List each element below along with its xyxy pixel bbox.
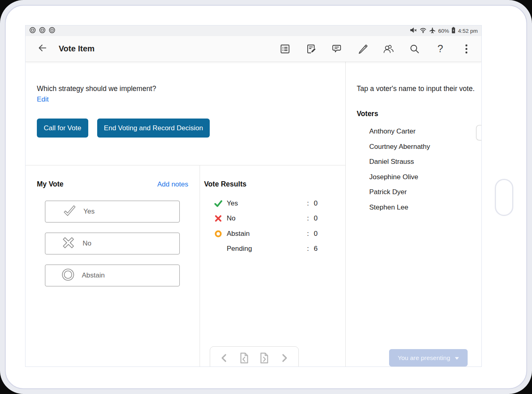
voter-item[interactable]: Anthony Carter <box>369 124 482 139</box>
vote-option-no[interactable]: No <box>45 233 180 254</box>
circled-app-icon <box>39 27 46 35</box>
app-screen: 60% 4:52 pm Vote Item ? Which strategy s… <box>25 25 482 367</box>
my-vote-header: My Vote Add notes <box>26 165 200 189</box>
circled-app-icon <box>29 27 36 35</box>
main-content: Which strategy should we implement? Edit… <box>26 62 481 367</box>
voter-item[interactable]: Daniel Strauss <box>369 154 482 169</box>
my-vote-title: My Vote <box>37 180 64 189</box>
voter-item[interactable]: Courtney Abernathy <box>369 139 482 155</box>
add-notes-link[interactable]: Add notes <box>157 180 188 189</box>
vote-results-list: Yes : 0 No : 0 Abstain : 0 <box>200 196 345 256</box>
voter-item[interactable]: Stephen Lee <box>369 200 482 215</box>
tablet-camera-pill <box>495 179 513 216</box>
battery-charging-icon <box>451 27 455 35</box>
vote-actions: Call for Vote End Voting and Record Deci… <box>37 119 345 138</box>
question-panel: Which strategy should we implement? Edit… <box>26 62 346 165</box>
back-arrow-icon <box>37 43 47 55</box>
red-cross-icon <box>214 214 223 223</box>
attendees-icon[interactable] <box>383 43 394 54</box>
green-check-icon <box>214 199 223 208</box>
circled-app-icon <box>49 27 55 35</box>
vote-results-panel: Vote Results Yes : 0 No : 0 Abstain <box>200 165 346 367</box>
notes-icon[interactable] <box>305 43 316 54</box>
wifi-icon <box>419 28 427 34</box>
airplane-mode-icon <box>429 27 436 35</box>
my-vote-panel: My Vote Add notes Yes No Abstain <box>26 165 200 367</box>
voters-title: Voters <box>357 110 482 118</box>
previous-document-icon[interactable] <box>238 352 251 364</box>
search-icon[interactable] <box>409 43 420 54</box>
muted-speaker-icon <box>410 27 417 34</box>
call-for-vote-button[interactable]: Call for Vote <box>37 119 88 138</box>
vote-option-label: Yes <box>83 208 95 216</box>
result-row-pending: Pending : 6 <box>200 241 345 257</box>
presenting-label: You are presenting <box>398 354 450 362</box>
next-item-icon[interactable] <box>278 352 291 364</box>
notification-icons <box>29 27 55 35</box>
cross-outline-icon <box>61 235 76 252</box>
toolbar: ? <box>279 43 472 54</box>
next-document-icon[interactable] <box>258 352 271 364</box>
abstain-count: 0 <box>314 230 324 238</box>
voter-item[interactable]: Patrick Dyer <box>369 184 482 200</box>
orange-ring-icon <box>214 229 223 238</box>
previous-item-icon[interactable] <box>217 352 230 364</box>
vote-option-abstain[interactable]: Abstain <box>45 265 180 286</box>
status-bar: 60% 4:52 pm <box>26 25 481 36</box>
clock-text: 4:52 pm <box>458 28 478 34</box>
comments-icon[interactable] <box>331 43 342 54</box>
vote-results-title: Vote Results <box>200 165 345 189</box>
voter-item[interactable]: Josephine Olive <box>369 169 482 185</box>
check-outline-icon <box>61 203 77 220</box>
voters-list: Anthony Carter Courtney Abernathy Daniel… <box>369 124 482 215</box>
page-title: Vote Item <box>59 44 95 53</box>
result-row-no: No : 0 <box>200 211 345 227</box>
result-row-abstain: Abstain : 0 <box>200 226 345 241</box>
page-navigation <box>210 346 299 367</box>
agenda-icon[interactable] <box>279 43 290 54</box>
overflow-menu-icon[interactable] <box>461 43 472 54</box>
presenting-dropdown-button[interactable]: You are presenting <box>389 349 468 366</box>
vote-option-label: Abstain <box>82 271 105 280</box>
battery-percent-text: 60% <box>438 28 449 34</box>
yes-count: 0 <box>314 199 324 208</box>
pending-count: 6 <box>314 245 324 253</box>
edit-pencil-icon[interactable] <box>357 43 368 54</box>
back-button[interactable] <box>36 43 48 55</box>
caret-down-icon <box>455 354 459 362</box>
app-bar: Vote Item ? <box>26 36 481 62</box>
vote-option-list: Yes No Abstain <box>45 201 200 286</box>
drawer-handle[interactable] <box>476 125 482 140</box>
status-indicators: 60% 4:52 pm <box>410 27 478 35</box>
vote-option-yes[interactable]: Yes <box>45 201 180 222</box>
blank-icon <box>214 244 223 253</box>
vote-option-label: No <box>83 239 92 248</box>
end-voting-button[interactable]: End Voting and Record Decision <box>97 119 210 138</box>
no-count: 0 <box>314 214 324 222</box>
help-icon[interactable]: ? <box>435 43 446 54</box>
voters-instruction: Tap a voter's name to input their vote. <box>357 84 475 93</box>
voters-panel: Tap a voter's name to input their vote. … <box>346 62 482 367</box>
vote-question: Which strategy should we implement? <box>37 85 345 93</box>
edit-question-link[interactable]: Edit <box>37 95 49 104</box>
result-row-yes: Yes : 0 <box>200 196 345 211</box>
double-circle-outline-icon <box>61 267 75 284</box>
